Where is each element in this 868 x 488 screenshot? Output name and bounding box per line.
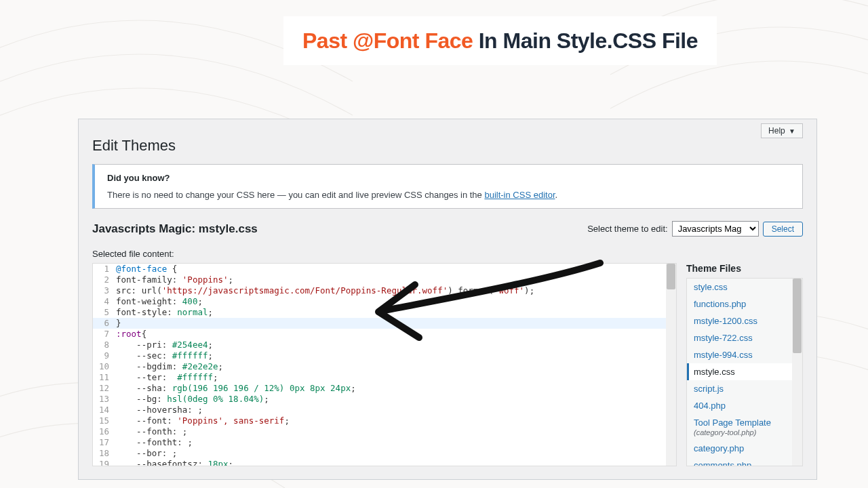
code-line: 14 --hoversha: ; xyxy=(93,405,676,415)
chevron-down-icon: ▼ xyxy=(789,127,795,135)
code-line: 11 --ter: #ffffff; xyxy=(93,372,676,383)
code-line: 18 --bor: ; xyxy=(93,448,676,459)
code-line: 6} xyxy=(93,318,676,329)
theme-file-list: style.cssfunctions.phpmstyle-1200.cssmst… xyxy=(686,278,803,466)
select-theme-button[interactable]: Select xyxy=(763,222,803,237)
page-title: Edit Themes xyxy=(92,137,803,155)
selected-file-label: Selected file content: xyxy=(92,249,803,259)
code-line: 5font-style: normal; xyxy=(93,307,676,318)
help-button[interactable]: Help ▼ xyxy=(761,123,803,138)
code-line: 9 --sec: #ffffff; xyxy=(93,350,676,361)
file-item[interactable]: script.js xyxy=(687,380,802,397)
code-editor[interactable]: 1@font-face {2font-family: 'Poppins';3sr… xyxy=(92,263,677,466)
info-notice: Did you know? There is no need to change… xyxy=(92,164,803,209)
code-line: 8 --pri: #254ee4; xyxy=(93,340,676,350)
code-line: 4font-weight: 400; xyxy=(93,296,676,307)
css-editor-link[interactable]: built-in CSS editor xyxy=(484,190,555,200)
theme-files-title: Theme Files xyxy=(686,263,803,274)
editor-scrollbar[interactable] xyxy=(666,264,676,466)
editor-panel: Help ▼ Edit Themes Did you know? There i… xyxy=(78,119,817,480)
code-line: 1@font-face { xyxy=(93,264,676,274)
file-subheading: Javascripts Magic: mstyle.css xyxy=(92,222,258,236)
instruction-title-part2: In Main Style.CSS File xyxy=(479,28,698,53)
code-line: 15 --font: 'Poppins', sans-serif; xyxy=(93,415,676,426)
file-item[interactable]: functions.php xyxy=(687,296,802,312)
file-item-sub: (category-tool.php) xyxy=(694,428,795,436)
code-line: 12 --sha: rgb(196 196 196 / 12%) 0px 8px… xyxy=(93,383,676,394)
notice-text: There is no need to change your CSS here… xyxy=(107,190,790,200)
instruction-title: Past @Font Face In Main Style.CSS File xyxy=(283,16,717,65)
file-item[interactable]: category.php xyxy=(687,440,802,457)
file-item[interactable]: comments.php xyxy=(687,457,802,466)
code-line: 2font-family: 'Poppins'; xyxy=(93,274,676,285)
code-line: 10 --bgdim: #2e2e2e; xyxy=(93,361,676,372)
code-line: 16 --fonth: ; xyxy=(93,426,676,437)
theme-select-group: Select theme to edit: Javascripts Mag Se… xyxy=(587,221,803,237)
filelist-scrollbar[interactable] xyxy=(792,279,802,466)
code-line: 17 --fontht: ; xyxy=(93,437,676,448)
code-line: 13 --bg: hsl(0deg 0% 18.04%); xyxy=(93,394,676,405)
code-line: 19 --basefontsz: 18px; xyxy=(93,459,676,466)
code-line: 3src: url('https://javascriptsmagic.com/… xyxy=(93,285,676,296)
code-line: 7:root{ xyxy=(93,329,676,340)
file-item[interactable]: style.css xyxy=(687,279,802,296)
theme-select-label: Select theme to edit: xyxy=(587,224,668,234)
file-item[interactable]: Tool Page Template(category-tool.php) xyxy=(687,414,802,440)
file-item[interactable]: mstyle-1200.css xyxy=(687,312,802,329)
file-item[interactable]: mstyle-994.css xyxy=(687,346,802,363)
file-item[interactable]: 404.php xyxy=(687,397,802,414)
instruction-title-part1: Past @Font Face xyxy=(302,28,473,53)
theme-select[interactable]: Javascripts Mag xyxy=(672,221,759,237)
notice-title: Did you know? xyxy=(107,173,790,183)
file-item[interactable]: mstyle.css xyxy=(687,363,802,380)
file-item[interactable]: mstyle-722.css xyxy=(687,329,802,346)
